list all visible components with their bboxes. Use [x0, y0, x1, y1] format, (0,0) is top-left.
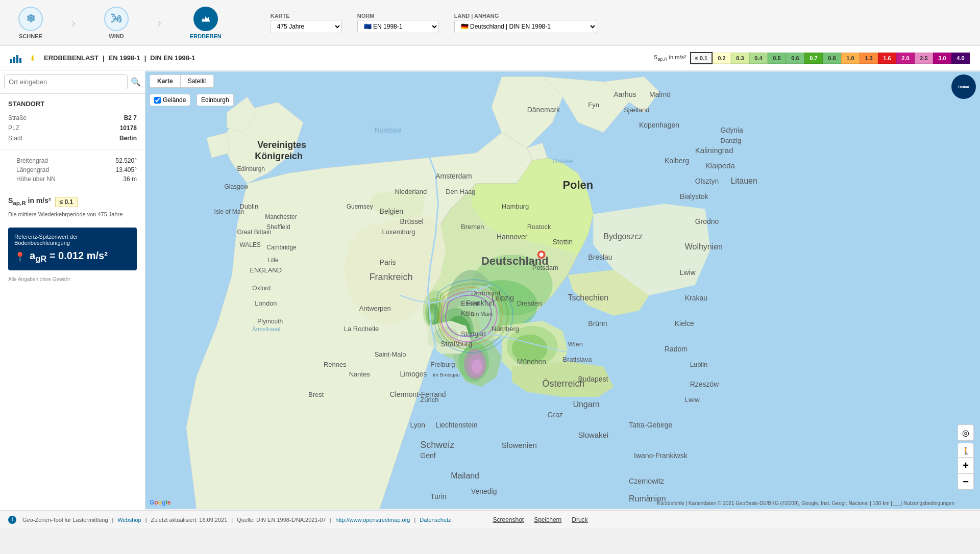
legend-item-14[interactable]: 4.0: [951, 53, 970, 64]
svg-text:Lille: Lille: [267, 257, 279, 264]
tab-satellit[interactable]: Satellit: [181, 75, 213, 87]
legend-item-7[interactable]: 0.8: [823, 53, 841, 64]
svg-text:Klaipeda: Klaipeda: [705, 161, 736, 170]
svg-text:Manchester: Manchester: [265, 213, 297, 220]
lng-val: 13.405°: [115, 166, 137, 173]
svg-text:Ostsee: Ostsee: [553, 157, 574, 165]
svg-text:Gdynia: Gdynia: [721, 126, 743, 134]
svg-text:Luxemburg: Luxemburg: [382, 228, 415, 236]
legend-item-0[interactable]: ≤ 0.1: [690, 52, 713, 64]
standort-title: STANDORT: [8, 100, 137, 108]
zoom-in-button[interactable]: +: [958, 457, 974, 473]
svg-point-87: [540, 253, 544, 257]
footer-osm-link[interactable]: http://www.openstreetmap.org: [335, 517, 410, 523]
svg-text:Genf: Genf: [420, 451, 435, 460]
druck-button[interactable]: Druck: [572, 516, 587, 523]
speichern-button[interactable]: Speichern: [534, 516, 561, 523]
svg-text:Limoges: Limoges: [400, 370, 427, 378]
svg-text:Paris: Paris: [380, 258, 396, 266]
svg-text:Czernowitz: Czernowitz: [629, 477, 664, 485]
land-label: LAND | ANHANG: [454, 13, 597, 19]
info-icon: i: [8, 516, 16, 524]
screenshot-button[interactable]: Screenshot: [493, 516, 524, 523]
diubal-button[interactable]: Dlubal: [951, 74, 976, 99]
land-select[interactable]: 🇩🇪 Deutschland | DIN EN 1998-1 Österreic…: [454, 20, 597, 33]
legend-item-13[interactable]: 3.0: [933, 53, 951, 64]
svg-text:Frankreich: Frankreich: [370, 272, 413, 282]
svg-text:Graz: Graz: [548, 411, 563, 419]
svg-text:Essen: Essen: [461, 299, 479, 307]
svg-text:Isle of Man: Isle of Man: [214, 208, 244, 215]
result-value-badge: ≤ 0.1: [55, 197, 78, 207]
svg-text:Rostock: Rostock: [527, 223, 551, 231]
map-svg[interactable]: Vereinigtes Königreich Dänemark Polen De…: [145, 70, 980, 510]
wind-label: WIND: [109, 33, 124, 39]
legend-item-3[interactable]: 0.4: [749, 53, 768, 64]
svg-text:Radom: Radom: [665, 345, 688, 353]
svg-text:Litauen: Litauen: [730, 177, 757, 185]
svg-text:Brünn: Brünn: [588, 319, 607, 328]
legend-item-8[interactable]: 1.0: [841, 53, 860, 64]
norm-select[interactable]: 🇪🇺 EN 1998-1 EN 1998-1 (NA): [357, 20, 439, 33]
svg-text:Slowakei: Slowakei: [578, 431, 608, 439]
svg-text:Schweiz: Schweiz: [420, 440, 454, 450]
svg-point-14: [472, 360, 482, 374]
svg-text:Bremen: Bremen: [461, 223, 484, 231]
legend-item-5[interactable]: 0.6: [786, 53, 804, 64]
footer-datenschutz-link[interactable]: Datenschutz: [420, 517, 451, 523]
karte-label: KARTE: [271, 13, 342, 19]
legend-item-11[interactable]: 2.0: [896, 53, 915, 64]
svg-text:Mailand: Mailand: [451, 471, 479, 480]
svg-text:Fyn: Fyn: [588, 101, 599, 109]
svg-text:Kolberg: Kolberg: [665, 157, 689, 165]
svg-text:Tschechien: Tschechien: [568, 293, 608, 302]
search-button[interactable]: 🔍: [131, 77, 141, 87]
legend-item-6[interactable]: 0.7: [804, 53, 823, 64]
gelande-check[interactable]: Gelände: [150, 94, 190, 106]
svg-text:WALES: WALES: [239, 241, 260, 248]
footer-sep5: |: [414, 517, 415, 523]
height-key: Höhe über NN: [8, 175, 56, 183]
map-area[interactable]: Vereinigtes Königreich Dänemark Polen De…: [145, 70, 980, 510]
result-metric: Sap,R in m/s²: [8, 196, 51, 206]
legend-item-12[interactable]: 2.5: [915, 53, 933, 64]
erdbeben-label: ERDBEBEN: [190, 33, 222, 39]
search-input[interactable]: [4, 74, 128, 89]
svg-text:Ärmelkanal: Ärmelkanal: [252, 326, 280, 332]
schnee-label: SCHNEE: [19, 33, 42, 39]
svg-text:Iwano-Frankiwsk: Iwano-Frankiwsk: [634, 451, 688, 460]
main-content: 🔍 STANDORT Straße B2 7 PLZ 10178 Stadt B…: [0, 70, 980, 510]
nav-divider-1: ›: [71, 16, 76, 30]
karte-select[interactable]: 475 Jahre 2500 Jahre: [271, 20, 342, 33]
nav-item-schnee[interactable]: ❄ SCHNEE: [10, 3, 51, 43]
tab-karte[interactable]: Karte: [150, 75, 181, 87]
nav-item-wind[interactable]: 🌬 WIND: [96, 3, 137, 43]
sidebar: 🔍 STANDORT Straße B2 7 PLZ 10178 Stadt B…: [0, 70, 145, 510]
svg-text:Guernsey: Guernsey: [347, 203, 373, 210]
legend-item-1[interactable]: 0.2: [713, 53, 731, 64]
legend-item-2[interactable]: 0.3: [731, 53, 749, 64]
svg-text:Ungarn: Ungarn: [573, 400, 599, 409]
svg-text:Bialystok: Bialystok: [680, 192, 708, 200]
footer-sep4: |: [330, 517, 331, 523]
diubal-label: Dlubal: [958, 85, 969, 89]
svg-text:Breslau: Breslau: [588, 253, 612, 261]
legend-item-10[interactable]: 1.6: [878, 53, 896, 64]
svg-text:Polen: Polen: [563, 179, 594, 191]
result-subtitle: Die mittlere Wiederkehrperiode von 475 J…: [8, 211, 137, 217]
header-bar: ⬇ ERDBEBENLAST | EN 1998-1 | DIN EN 1998…: [0, 46, 980, 70]
plz-key: PLZ: [8, 124, 19, 132]
gelande-checkbox[interactable]: [154, 97, 161, 104]
zoom-out-button[interactable]: −: [958, 473, 974, 490]
compass-button[interactable]: ◎: [958, 424, 974, 441]
svg-text:Wolhynien: Wolhynien: [685, 242, 723, 251]
svg-text:Danzig: Danzig: [721, 137, 741, 144]
legend-item-9[interactable]: 1.3: [860, 53, 878, 64]
footer-webshop-link[interactable]: Webshop: [117, 517, 141, 523]
coords-section: Breitengrad 52.520° Längengrad 13.405° H…: [0, 150, 145, 190]
svg-text:Hamburg: Hamburg: [502, 203, 529, 210]
svg-text:Liechtenstein: Liechtenstein: [435, 421, 477, 429]
nav-item-erdbeben[interactable]: ERDBEBEN: [182, 3, 230, 43]
legend-item-4[interactable]: 0.5: [768, 53, 786, 64]
svg-text:Brüssel: Brüssel: [400, 217, 423, 225]
